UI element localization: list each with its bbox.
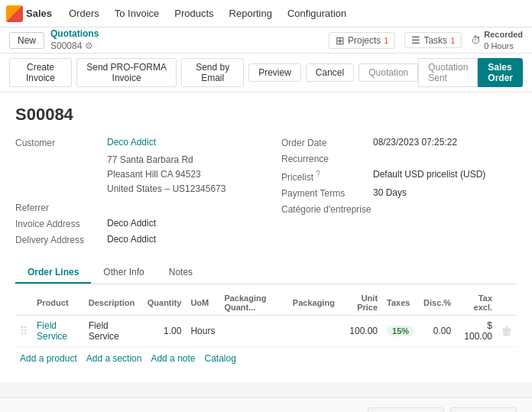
action-bar: Create Invoice Send PRO-FORMA Invoice Se… [0,54,532,92]
status-quotation-sent[interactable]: Quotation Sent [418,58,478,87]
gear-icon[interactable]: ⚙ [85,41,93,53]
new-button[interactable]: New [9,32,44,49]
row-description[interactable]: Field Service [84,315,143,346]
clock-icon: ⏱ [471,34,481,46]
odoo-logo-icon [6,5,23,22]
row-packaging[interactable] [288,315,339,346]
payment-terms-value: 30 Days [373,187,407,198]
pricelist-value: Default USD pricelist (USD) [373,169,485,180]
drag-icon: ⠿ [20,325,28,337]
address-line2: Pleasant Hill CA 94523 [107,167,251,182]
projects-icon: ⊞ [336,34,345,47]
col-unit-price: Unit Price [339,290,382,316]
projects-count: 1 [384,36,388,45]
col-tax-excl: Tax excl. [456,290,497,316]
tab-notes[interactable]: Notes [157,262,205,284]
tasks-icon: ☰ [411,34,420,46]
send-email-button[interactable]: Send by Email [181,58,244,87]
col-packaging-qty: Packaging Quant... [219,290,287,316]
add-note-link[interactable]: Add a note [151,353,195,364]
status-quotation[interactable]: Quotation [358,63,418,82]
nav-reporting[interactable]: Reporting [222,0,280,28]
form-right: Order Date 08/23/2023 07:25:22 Recurrenc… [281,137,517,250]
col-taxes: Taxes [382,290,419,316]
col-product: Product [32,290,84,316]
referrer-field: Referrer [15,202,251,213]
form-left: Customer Deco Addict 77 Santa Barbara Rd… [15,137,251,250]
status-bar: Quotation Quotation Sent Sales Order [358,58,523,87]
create-invoice-button[interactable]: Create Invoice [9,58,72,87]
nav-orders[interactable]: Orders [61,0,107,28]
row-quantity[interactable]: 1.00 [143,315,187,346]
catalog-link[interactable]: Catalog [205,353,236,364]
preview-button[interactable]: Preview [248,63,301,82]
order-number: S00084 [15,105,517,125]
tab-other-info[interactable]: Other Info [91,262,156,284]
customer-value[interactable]: Deco Addict [107,137,156,148]
invoice-address-field: Invoice Address Deco Addict [15,218,251,229]
order-form: Customer Deco Addict 77 Santa Barbara Rd… [15,137,517,250]
row-taxes[interactable]: 15% [382,315,419,346]
app-name[interactable]: Sales [26,8,52,19]
top-nav: Sales Orders To Invoice Products Reporti… [0,0,532,28]
tasks-button[interactable]: ☰ Tasks 1 [404,32,462,48]
referrer-label: Referrer [15,202,107,213]
cancel-button[interactable]: Cancel [306,63,354,82]
nav-to-invoice[interactable]: To Invoice [107,0,167,28]
send-proforma-button[interactable]: Send PRO-FORMA Invoice [76,58,177,87]
row-product[interactable]: Field Service [32,315,84,346]
delivery-address-field: Delivery Address Deco Addict [15,234,251,245]
payment-terms-label: Payment Terms [281,187,373,199]
breadcrumb-id: S00084 [50,41,82,53]
category-label: Catégorie d'entreprise [281,203,373,215]
promotions-button[interactable]: Promotions [450,407,517,412]
recorded-label: Recorded [484,29,523,40]
recorded-time: ⏱ Recorded 0 Hours [471,29,523,51]
category-field: Catégorie d'entreprise [281,203,517,215]
order-date-label: Order Date [281,137,373,148]
breadcrumb-bar: New Quotations S00084 ⚙ ⊞ Projects 1 ☰ T… [0,28,532,54]
row-unit-price[interactable]: 100.00 [339,315,382,346]
add-product-link[interactable]: Add a product [20,353,77,364]
col-disc: Disc.% [419,290,456,316]
row-disc[interactable]: 0.00 [419,315,456,346]
address-line3: United States – US12345673 [107,182,251,196]
nav-configuration[interactable]: Configuration [280,0,354,28]
breadcrumb-parent[interactable]: Quotations [50,28,99,41]
coupon-code-button[interactable]: Coupon Code [368,407,444,412]
breadcrumb: Quotations S00084 ⚙ [50,28,99,52]
footer-section: Coupon Code Promotions Terms & Condition… [0,397,532,412]
row-delete[interactable]: 🗑 [497,315,517,346]
col-packaging: Packaging [288,290,339,316]
tasks-label: Tasks [423,35,447,46]
nav-menu: Orders To Invoice Products Reporting Con… [61,0,354,28]
pricelist-field: Pricelist ? Default USD pricelist (USD) [281,169,517,183]
breadcrumb-right-actions: ⊞ Projects 1 ☰ Tasks 1 ⏱ Recorded 0 Hour… [329,29,523,51]
address-line1: 77 Santa Barbara Rd [107,153,251,167]
recurrence-field: Recurrence [281,153,517,164]
col-drag [15,290,32,316]
nav-products[interactable]: Products [167,0,221,28]
order-date-field: Order Date 08/23/2023 07:25:22 [281,137,517,148]
projects-button[interactable]: ⊞ Projects 1 [329,32,395,49]
add-section-link[interactable]: Add a section [86,353,142,364]
order-tabs: Order Lines Other Info Notes [15,262,517,284]
add-product-row: Add a product Add a section Add a note C… [15,347,517,370]
status-sales-order[interactable]: Sales Order [478,58,523,87]
app-logo: Sales [6,5,55,22]
tab-order-lines[interactable]: Order Lines [15,262,91,284]
breadcrumb-current: S00084 ⚙ [50,41,99,53]
recorded-value: 0 Hours [484,41,523,51]
recurrence-label: Recurrence [281,153,373,164]
footer-actions: Coupon Code Promotions [15,407,517,412]
payment-terms-field: Payment Terms 30 Days [281,187,517,199]
col-delete [497,290,517,316]
row-drag-handle[interactable]: ⠿ [15,315,32,346]
row-uom[interactable]: Hours [186,315,219,346]
pricelist-label: Pricelist ? [281,169,373,183]
col-uom: UoM [186,290,219,316]
tasks-count: 1 [450,36,455,45]
row-packaging-qty[interactable] [219,315,287,346]
delivery-address-label: Delivery Address [15,234,107,245]
table-row: ⠿ Field Service Field Service 1.00 Hours… [15,315,517,346]
